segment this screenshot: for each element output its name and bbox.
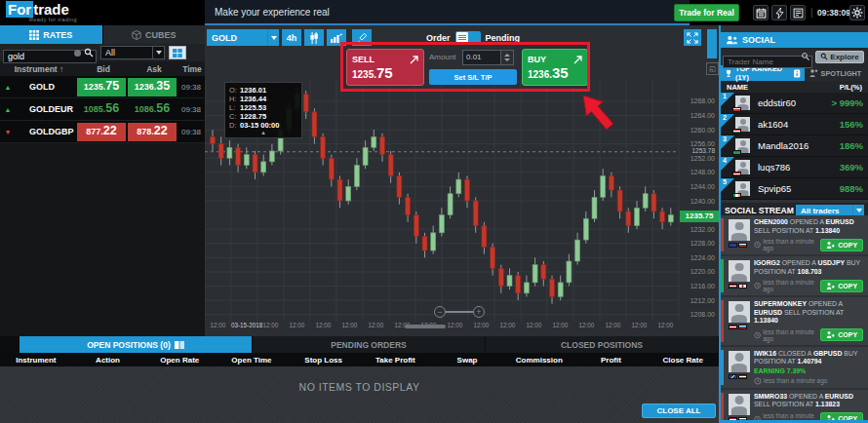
- instrument-search-input[interactable]: [3, 50, 97, 63]
- buy-button[interactable]: BUY 1236.35: [522, 49, 588, 86]
- explore-label: Explore: [830, 53, 858, 61]
- tab-rates[interactable]: RATES: [0, 25, 102, 44]
- search-icon[interactable]: [84, 48, 94, 58]
- trader-search-input[interactable]: [723, 56, 812, 68]
- time-tick: 12:00: [652, 322, 679, 328]
- spotlight-icon: [809, 68, 818, 78]
- tab-spotlight[interactable]: SPOTLIGHT: [805, 65, 868, 81]
- zoom-slider[interactable]: [446, 311, 473, 313]
- bar-chart-icon: [331, 33, 342, 43]
- sell-price: 1235.75: [352, 66, 393, 81]
- fullscreen-expand-button[interactable]: [684, 29, 701, 46]
- step-down-icon[interactable]: [504, 58, 510, 61]
- amount-input[interactable]: [462, 50, 501, 65]
- amount-stepper[interactable]: [501, 50, 514, 65]
- calendar-icon[interactable]: [753, 5, 769, 20]
- rates-row[interactable]: ▼GOLDGBP877.22878.2209:38: [0, 121, 205, 143]
- col-time[interactable]: Time: [179, 64, 205, 74]
- flag-icon: [729, 417, 737, 421]
- copy-button[interactable]: COPY: [820, 239, 863, 251]
- time-tick: 12:00: [363, 322, 389, 328]
- bid-price[interactable]: 1085.56: [77, 100, 126, 119]
- tab-cubes[interactable]: CUBES: [103, 25, 206, 44]
- stream-timestamp: less than a minute ago: [754, 377, 827, 385]
- instrument-name: GOLDGBP: [16, 127, 76, 136]
- tab-closed-positions[interactable]: CLOSED POSITIONS: [486, 336, 718, 353]
- copy-button[interactable]: COPY: [820, 280, 863, 292]
- ask-price[interactable]: 1236.35: [128, 78, 177, 96]
- bid-price[interactable]: 1235.75: [77, 78, 126, 96]
- alerts-bolt-icon[interactable]: [771, 5, 787, 20]
- flag-icon: [738, 284, 747, 288]
- tab-pending-orders[interactable]: PENDING ORDERS: [253, 336, 485, 353]
- trader-row[interactable]: 2ak1604156%: [721, 114, 868, 135]
- trader-row[interactable]: 1eddstir60> 999%: [721, 93, 868, 114]
- rates-view-toggle-button[interactable]: [169, 46, 186, 59]
- time-tick: 12:00: [573, 322, 600, 328]
- tab-open-positions[interactable]: OPEN POSITIONS (0): [20, 336, 252, 353]
- trader-row[interactable]: 5Spvip65988%: [721, 178, 868, 200]
- symbol-select[interactable]: GOLD: [207, 29, 279, 46]
- time-tick: 12:00: [205, 322, 231, 328]
- instrument-filter-select[interactable]: All: [100, 46, 165, 59]
- col-ask[interactable]: Ask: [129, 64, 179, 74]
- flag-icon: [729, 284, 737, 288]
- up-arrow-icon: ▲: [0, 84, 16, 91]
- panel-window-icon[interactable]: ◱: [706, 62, 719, 75]
- col-instrument[interactable]: Instrument ↑: [0, 64, 78, 74]
- settings-gear-icon[interactable]: [849, 5, 865, 20]
- copy-button[interactable]: COPY: [820, 328, 863, 341]
- rates-row[interactable]: ▲GOLD1235.751236.3509:38: [0, 76, 205, 98]
- rates-tabs: RATES CUBES: [0, 25, 205, 44]
- sell-button[interactable]: SELL 1235.75: [346, 49, 424, 86]
- set-sl-tp-button[interactable]: Set S/L T/P: [429, 69, 517, 85]
- zoom-in-icon[interactable]: +: [473, 306, 485, 318]
- tab-cubes-label: CUBES: [145, 30, 177, 40]
- explore-button[interactable]: Explore: [815, 51, 864, 63]
- social-title: SOCIAL: [742, 35, 775, 45]
- timeframe-button[interactable]: 4h: [282, 29, 301, 46]
- close-all-button[interactable]: CLOSE ALL: [642, 404, 716, 418]
- positions-column: Profit: [575, 356, 648, 365]
- stream-timestamp: less than a minute ago: [754, 279, 820, 292]
- trade-for-real-button[interactable]: Trade for Real: [674, 4, 739, 21]
- traders-table-header: NAME P/L(%): [721, 81, 868, 93]
- news-icon[interactable]: [790, 5, 806, 20]
- candlestick-style-button[interactable]: [304, 29, 324, 46]
- stream-item: IGORG2 OPENED A USDJPY BUY POSITION AT 1…: [721, 256, 868, 295]
- rates-row[interactable]: ▲GOLDEUR1085.561086.5609:38: [0, 98, 205, 121]
- ask-price[interactable]: 1086.56: [128, 100, 177, 119]
- order-pending-toggle[interactable]: [455, 31, 481, 44]
- grid-icon: [29, 30, 39, 40]
- copy-button[interactable]: COPY: [820, 412, 863, 420]
- bid-price[interactable]: 877.22: [77, 123, 126, 141]
- search-icon: [820, 53, 828, 60]
- trader-row[interactable]: 4luqs786369%: [721, 157, 868, 178]
- chart-scrollbar[interactable]: [405, 325, 446, 328]
- header-separator: |: [810, 7, 813, 18]
- avatar: [729, 260, 750, 282]
- app-logo[interactable]: Fortrade Ready for trading: [6, 2, 77, 22]
- time-tick: 12:00: [310, 322, 336, 328]
- time-tick: 12:00: [521, 322, 547, 328]
- col-name: NAME: [727, 83, 748, 92]
- trader-name: Spvip65: [758, 183, 840, 194]
- zoom-out-icon[interactable]: −: [434, 306, 446, 318]
- tooltip-collapse-icon[interactable]: ▲: [229, 130, 297, 136]
- col-pl: P/L(%): [840, 83, 862, 92]
- step-up-icon[interactable]: [504, 54, 510, 57]
- indicators-button[interactable]: [327, 29, 346, 46]
- stream-title: SOCIAL STREAM: [725, 206, 794, 215]
- trader-row[interactable]: 3Mandla2016186%: [721, 135, 868, 157]
- time-tick: 12:00: [626, 322, 652, 328]
- clear-search-icon[interactable]: [74, 50, 81, 57]
- trader-pl: 156%: [840, 119, 863, 130]
- draw-tools-button[interactable]: [352, 29, 372, 46]
- ask-price[interactable]: 878.22: [128, 123, 177, 141]
- buy-arrow-icon: [573, 56, 582, 64]
- panel-collapse-strip[interactable]: [707, 29, 717, 58]
- time-tick: 12:00: [257, 322, 284, 328]
- empty-message: NO ITEMS TO DISPLAY: [0, 381, 719, 393]
- trader-name: ak1604: [758, 119, 840, 130]
- col-bid[interactable]: Bid: [78, 64, 129, 74]
